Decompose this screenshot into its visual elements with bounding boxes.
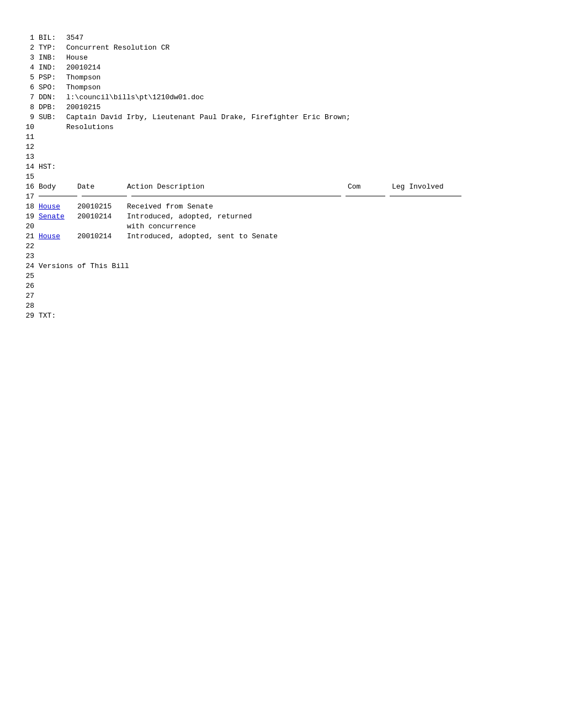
line-num-8: 8	[22, 103, 39, 113]
line-num-17: 17	[22, 192, 39, 202]
line-num-11: 11	[22, 132, 39, 142]
line-num-19: 19	[22, 212, 39, 222]
line-24: 24 Versions of This Bill	[22, 261, 541, 271]
line-num-2: 2	[22, 43, 39, 53]
value-spo: Thompson	[66, 83, 100, 93]
line-20: 20 with concurrence	[22, 222, 541, 232]
hist-row-21: House 20010214 Introduced, adopted, sent…	[39, 232, 541, 242]
hist-header: Body Date Action Description Com Leg Inv…	[39, 182, 469, 192]
line-num-15: 15	[22, 172, 39, 182]
line-25: 25	[22, 271, 541, 281]
label-inb: INB:	[39, 53, 66, 63]
label-ddn: DDN:	[39, 93, 66, 103]
header-date: Date	[77, 182, 127, 192]
house-link-21[interactable]: House	[39, 232, 60, 240]
hist-data-row-19: Senate 20010214 Introduced, adopted, ret…	[39, 212, 469, 222]
hist-leg-19	[392, 212, 469, 222]
line-content-14: HST:	[39, 162, 541, 172]
hist-row-18: House 20010215 Received from Senate	[39, 202, 541, 212]
continuation-text-20: with concurrence	[127, 222, 196, 232]
line-21: 21 House 20010214 Introduced, adopted, s…	[22, 232, 541, 242]
line-4: 4 IND: 20010214	[22, 63, 541, 73]
line-num-4: 4	[22, 63, 39, 73]
line-num-10: 10	[22, 122, 39, 132]
line-num-25: 25	[22, 271, 39, 281]
hist-data-row-18: House 20010215 Received from Senate	[39, 202, 469, 212]
line-23: 23	[22, 251, 541, 261]
line-26: 26	[22, 281, 541, 291]
line-num-9: 9	[22, 113, 39, 122]
line-27: 27	[22, 291, 541, 301]
hist-row-19: Senate 20010214 Introduced, adopted, ret…	[39, 212, 541, 222]
label-ind: IND:	[39, 63, 66, 73]
hist-date-18: 20010215	[77, 202, 127, 212]
line-num-18: 18	[22, 202, 39, 212]
continuation-row-20: with concurrence	[39, 222, 196, 232]
hist-date-19: 20010214	[77, 212, 127, 222]
line-content-2: TYP: Concurrent Resolution CR	[39, 43, 541, 53]
value-typ: Concurrent Resolution CR	[66, 43, 169, 53]
line-15: 15	[22, 172, 541, 182]
label-bil: BIL:	[39, 33, 66, 43]
label-spo: SPO:	[39, 83, 66, 93]
line-13: 13	[22, 152, 541, 162]
line-num-7: 7	[22, 93, 39, 103]
value-psp: Thompson	[66, 73, 100, 83]
line-11: 11	[22, 132, 541, 142]
hist-body-19[interactable]: Senate	[39, 212, 77, 222]
line-num-22: 22	[22, 242, 39, 251]
line-content-4: IND: 20010214	[39, 63, 541, 73]
header-body: Body	[39, 182, 77, 192]
line-8: 8 DPB: 20010215	[22, 103, 541, 113]
versions-label: Versions of This Bill	[39, 261, 129, 271]
hist-action-19: Introduced, adopted, returned	[127, 212, 348, 222]
hist-com-19	[348, 212, 392, 222]
line-num-21: 21	[22, 232, 39, 242]
line-19: 19 Senate 20010214 Introduced, adopted, …	[22, 212, 541, 222]
line-5: 5 PSP: Thompson	[22, 73, 541, 83]
house-link-18[interactable]: House	[39, 202, 60, 211]
line-3: 3 INB: House	[22, 53, 541, 63]
line-14: 14 HST:	[22, 162, 541, 172]
line-num-28: 28	[22, 301, 39, 311]
line-2: 2 TYP: Concurrent Resolution CR	[22, 43, 541, 53]
line-num-16: 16	[22, 182, 39, 192]
line-num-6: 6	[22, 83, 39, 93]
line-6: 6 SPO: Thompson	[22, 83, 541, 93]
label-txt: TXT:	[39, 311, 66, 321]
header-leg: Leg Involved	[392, 182, 469, 192]
value-dpb: 20010215	[66, 103, 100, 113]
value-ind: 20010214	[66, 63, 100, 73]
underline-action	[131, 192, 341, 196]
hist-body-21[interactable]: House	[39, 232, 77, 242]
line-num-5: 5	[22, 73, 39, 83]
header-action: Action Description	[127, 182, 348, 192]
hist-action-18: Received from Senate	[127, 202, 348, 212]
value-inb: House	[66, 53, 88, 63]
hist-body-18[interactable]: House	[39, 202, 77, 212]
hist-leg-21	[392, 232, 469, 242]
value-sub: Captain David Irby, Lieutenant Paul Drak…	[66, 113, 350, 122]
hist-underline	[39, 192, 461, 196]
line-num-13: 13	[22, 152, 39, 162]
label-typ: TYP:	[39, 43, 66, 53]
value-bil: 3547	[66, 33, 83, 43]
header-com: Com	[348, 182, 392, 192]
line-1: 1 BIL: 3547	[22, 33, 541, 43]
line-16: 16 Body Date Action Description Com Leg …	[22, 182, 541, 192]
line-content-29: TXT:	[39, 311, 541, 321]
line-17: 17	[22, 192, 541, 202]
line-content-7: DDN: l:\council\bills\pt\1210dw01.doc	[39, 93, 541, 103]
line-num-29: 29	[22, 311, 39, 321]
senate-link-19[interactable]: Senate	[39, 212, 65, 221]
line-num-14: 14	[22, 162, 39, 172]
hist-underline-row	[39, 192, 541, 196]
line-content-9: SUB: Captain David Irby, Lieutenant Paul…	[39, 113, 541, 122]
hist-action-21: Introduced, adopted, sent to Senate	[127, 232, 348, 242]
line-num-12: 12	[22, 142, 39, 152]
line-num-3: 3	[22, 53, 39, 63]
hist-continuation-20: with concurrence	[39, 222, 541, 232]
line-29: 29 TXT:	[22, 311, 541, 321]
line-content-5: PSP: Thompson	[39, 73, 541, 83]
hist-header-row: Body Date Action Description Com Leg Inv…	[39, 182, 541, 192]
